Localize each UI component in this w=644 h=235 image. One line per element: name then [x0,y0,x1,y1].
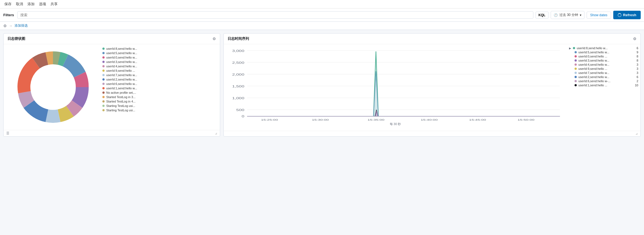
ts-legend-dot [575,76,577,78]
legend-label: Started TestLog in 4... [106,100,136,103]
donut-legend-item: userId:5,send:hello w... [102,51,217,55]
legend-dot [102,100,105,103]
filter-bar: Filters KQL 🕐 过去 30 分钟 ▾ Show dates Refr… [0,9,644,22]
svg-text:15:40:00: 15:40:00 [421,118,438,121]
legend-label: userId:5,send:hello w... [106,51,137,55]
ts-legend-label: userId:3,send:hello w... [578,59,632,62]
legend-dot [102,96,105,98]
chevron-down-icon: ▾ [580,13,581,17]
timeseries-panel-footer: ⊿ [224,131,640,136]
gear-icon[interactable]: ⚙ [3,24,7,28]
legend-label: No active profile set,... [106,91,136,94]
expand-icon[interactable]: ▶ [569,47,571,50]
donut-legend-item: userId:8,send:hello w... [102,47,217,50]
addon-bar: ⚙ → 添加筛选 [0,22,644,30]
refresh-label: Refresh [623,13,636,17]
legend-label: userId:2,send:hello w... [106,78,137,81]
svg-text:15:30:00: 15:30:00 [312,118,329,121]
timeseries-panel: 日志时间序列 ⚙ 3,000 2,500 2,000 1,500 1,000 5… [223,33,641,137]
ts-legend-label: userId:1,send:hello ... [578,84,632,87]
ts-legend-value: 8 [633,55,638,58]
ts-legend-label: userId:2,send:hello w... [578,75,632,79]
ts-resize-handle[interactable]: ⊿ [635,132,638,135]
ts-legend-item: ▶userId:8,send:hello w...6 [569,46,638,50]
donut-legend-item: userId:9,send:hello ... [102,69,217,72]
ts-legend-label: userId:0,send:hello ... [578,55,632,58]
svg-text:15:50:00: 15:50:00 [517,118,534,121]
ts-legend-item: userId:2,send:hello w...6 [569,75,638,79]
legend-dot [102,52,105,54]
legend-label: userId:7,send:hello w... [106,73,137,77]
ts-legend-label: userId:4,send:hello w... [578,63,632,66]
svg-text:15:35:00: 15:35:00 [368,118,385,121]
ts-legend-dot [575,72,577,74]
kql-button[interactable]: KQL [536,12,548,19]
timeseries-legend: ▶userId:8,send:hello w...6userId:5,send:… [567,46,638,129]
ts-legend-label: userId:7,send:hello w... [578,71,632,74]
ts-legend-item: userId:6,send:hello w-...2 [569,79,638,83]
clock-icon: 🕐 [554,13,558,17]
refresh-icon [618,13,621,17]
ts-legend-item: userId:4,send:hello w...3 [569,63,638,66]
donut-legend-item: Started TestLog in 3... [102,95,217,99]
svg-text:500: 500 [236,109,244,112]
legend-label: userId:8,send:hello w... [106,47,137,50]
donut-panel-footer: ☰ ⊿ [4,130,220,136]
timeseries-chart-area: 3,000 2,500 2,000 1,500 1,000 500 0 [226,46,565,129]
legend-label: userId:9,send:hello ... [106,69,135,72]
ts-legend-label: userId:8,send:hello w... [577,46,632,50]
donut-legend-item: userId:6,send:hello w... [102,82,217,85]
legend-dot [102,92,105,94]
list-icon[interactable]: ☰ [6,131,9,135]
svg-text:3,000: 3,000 [232,49,244,52]
donut-panel-content: userId:8,send:hello w...userId:5,send:he… [4,44,220,130]
legend-dot [102,83,105,85]
ts-legend-value: 9 [633,51,638,54]
svg-text:15:45:00: 15:45:00 [469,118,486,121]
resize-handle[interactable]: ⊿ [215,132,217,135]
donut-legend-item: userId:0,send:hello w... [102,56,217,59]
ts-legend-value: 10 [633,84,638,87]
menu-share[interactable]: 共享 [51,2,58,7]
menu-cancel[interactable]: 取消 [16,2,23,7]
svg-text:1,500: 1,500 [232,85,244,88]
search-input[interactable] [17,11,533,19]
svg-marker-23 [247,111,560,117]
legend-dot [102,109,105,111]
legend-dot [102,70,105,72]
legend-dot [102,87,105,89]
svg-marker-22 [247,110,560,117]
donut-legend-item: userId:4,send:hello w... [102,65,217,68]
legend-label: Starting TestLog usi... [106,109,135,112]
legend-label: userId:3,send:hello w... [106,60,137,63]
timeseries-settings-icon[interactable]: ⚙ [633,37,637,41]
show-dates-button[interactable]: Show dates [587,12,611,19]
ts-legend-label: userId:9,send:hello ... [578,67,632,70]
time-picker[interactable]: 🕐 过去 30 分钟 ▾ [551,11,584,19]
ts-legend-value: 6 [633,46,638,50]
ts-legend-value: 3 [633,71,638,74]
legend-label: userId:6,send:hello w... [106,82,137,85]
menu-add[interactable]: 添加 [27,2,35,7]
refresh-button[interactable]: Refresh [613,11,641,19]
legend-dot [102,105,105,107]
donut-legend-item: userId:7,send:hello w... [102,73,217,77]
donut-legend-item: No active profile set,... [102,91,217,94]
ts-legend-item: userId:0,send:hello ...8 [569,55,638,58]
ts-legend-value: 3 [633,63,638,66]
timeseries-panel-title: 日志时间序列 [228,36,249,41]
timeseries-svg: 3,000 2,500 2,000 1,500 1,000 500 0 [226,46,565,123]
donut-settings-icon[interactable]: ⚙ [212,37,216,41]
legend-label: userId:0,send:hello w... [106,56,137,59]
ts-legend-dot [575,84,577,86]
add-filter-link[interactable]: 添加筛选 [15,23,28,28]
filters-label: Filters [3,13,14,17]
ts-legend-dot [573,47,575,49]
menu-options[interactable]: 选项 [39,2,46,7]
filter-right: KQL 🕐 过去 30 分钟 ▾ Show dates Refresh [536,11,641,19]
menu-save[interactable]: 保存 [4,2,12,7]
ts-legend-value: 6 [633,75,638,79]
donut-legend-item: Started TestLog in 4... [102,100,217,103]
ts-legend-value: 8 [633,59,638,62]
donut-legend: userId:8,send:hello w...userId:5,send:he… [102,47,217,127]
